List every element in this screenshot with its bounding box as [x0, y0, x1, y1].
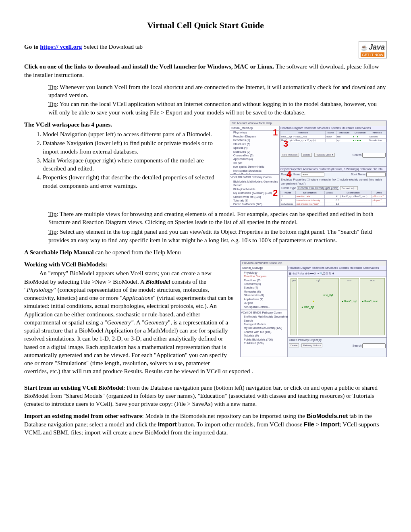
- help-manual-bold: A Searchable Help Manual: [24, 249, 94, 256]
- start-from-paragraph: Start from an existing VCell BioModel: F…: [24, 384, 387, 408]
- tips-workspace: Tip: There are multiple views for browsi…: [48, 210, 387, 244]
- download-bold: Click on one of the links to download an…: [24, 63, 274, 70]
- model-nav-tree: Physiology Reaction Diagram Reactions (2…: [241, 271, 287, 310]
- working-heading: Working with VCell BioModels:: [24, 261, 107, 268]
- properties-tabs: Object Properties Annotations Problems (…: [280, 167, 386, 172]
- java-get-it: GET IT NOW: [361, 52, 384, 57]
- linked-pathway-label: Linked Pathway Object(s):: [288, 337, 386, 342]
- import-paragraph: Import an existing model from other soft…: [24, 412, 387, 436]
- db-nav-tree: BioModels MathModels Geometries Search B…: [241, 315, 287, 345]
- start-from-bold: Start from an existing VCell BioModel: [24, 384, 124, 391]
- workspace-heading: The VCell workspace has 4 panes.: [24, 121, 112, 128]
- search-input[interactable]: [362, 153, 386, 158]
- reactions-table: ReactionNameStructureDepictionKinetics R…: [280, 131, 386, 142]
- parameters-table: NameDescriptionGlobalExpressionUnits Jre…: [280, 191, 386, 207]
- callout-3: 3: [283, 138, 288, 150]
- import-bold: Import an existing model from other soft…: [24, 413, 142, 419]
- tip-label: Tip: [48, 211, 56, 217]
- compartment-pm: pm: [291, 278, 297, 335]
- java-cup-icon: ☕: [361, 44, 367, 51]
- tip-text: : There are multiple views for browsing …: [48, 211, 373, 225]
- vcell-link[interactable]: https:// vcell.org: [40, 44, 82, 50]
- callout-1: 1: [273, 127, 278, 139]
- pathway-links-button[interactable]: Pathway Links ▾: [314, 153, 335, 157]
- db-tabs: VCell DB BMDB Pathway Comm: [230, 175, 279, 179]
- db-nav-tree: BioModels MathModels Geometries Search B…: [230, 180, 279, 207]
- callout-2: 2: [273, 187, 278, 199]
- species-node: ● RanC_cyt: [342, 299, 357, 303]
- convert-button[interactable]: Convert to [...: [340, 186, 358, 190]
- main-tabs: Reaction Diagram Reactions Structures Sp…: [288, 266, 386, 270]
- model-nav-tree: Physiology Reaction Diagram Reactions (2…: [230, 131, 279, 175]
- search-label: Search: [353, 344, 361, 347]
- goto-line: Go to https:// vcell.org Select the Down…: [24, 43, 387, 51]
- callout-4: 4: [286, 168, 291, 181]
- workspace-screenshot: File Account Window Tools Help Tutorial_…: [230, 121, 387, 207]
- search-label: Search: [353, 154, 361, 156]
- help-manual-rest: can be opened from the Help Menu: [94, 249, 181, 256]
- java-word: Java: [369, 43, 385, 51]
- tip-label: Tip: [48, 84, 56, 90]
- toolbar-icons: ▦ ⊚⊙✎╱▭ ⊕⊖⟷⤧ ✂🔍╳ ⊡ ⇅ ✱: [288, 271, 386, 276]
- main-tabs: Reaction Diagram Reactions Structures Sp…: [280, 126, 386, 131]
- sbml-name-input[interactable]: [366, 172, 386, 177]
- model-title: Tutorial_MultiApp: [230, 126, 279, 131]
- help-manual-line: A Searchable Help Manual can be opened f…: [24, 248, 387, 256]
- tip-text: : You can run the local VCell applicatio…: [48, 101, 377, 115]
- species-node: ● RanC_nuc: [362, 299, 378, 303]
- goto-prefix: Go to: [24, 44, 40, 50]
- goto-suffix: Select the Download tab: [82, 44, 143, 50]
- tip-text: : Whenever you launch Vcell from the loc…: [48, 84, 386, 98]
- download-paragraph: Click on one of the links to download an…: [24, 62, 387, 79]
- species-node: ● Ran_cyt: [301, 305, 314, 309]
- reaction-name-input[interactable]: [301, 172, 324, 177]
- search-input[interactable]: [362, 343, 386, 348]
- reaction-diagram-screenshot: File Account Window Tools Help Tutorial_…: [240, 260, 387, 357]
- delete-button[interactable]: Delete: [301, 153, 311, 157]
- delete-button[interactable]: Delete: [289, 343, 299, 347]
- page-title: Virtual Cell Quick Start Guide: [24, 19, 387, 31]
- tip-label: Tip: [48, 101, 56, 107]
- kinetic-type-select[interactable]: General Flux Density (µM·µm/s): [297, 186, 339, 190]
- new-reaction-button[interactable]: New Reaction: [281, 153, 299, 157]
- tips-install: Tip: Whenever you launch Vcell from the …: [48, 83, 387, 116]
- pathway-links-button[interactable]: Pathway Links ▾: [301, 343, 322, 347]
- tip-label: Tip: [48, 229, 56, 235]
- db-tabs: VCell DB BMDB Pathway Comm: [241, 310, 287, 315]
- tip-text: : Select any element in the top right pa…: [48, 229, 372, 243]
- java-badge: ☕ Java GET IT NOW: [359, 41, 387, 59]
- species-node: ● C_cyt: [323, 293, 333, 297]
- model-title: Tutorial_MultiApp: [241, 266, 287, 270]
